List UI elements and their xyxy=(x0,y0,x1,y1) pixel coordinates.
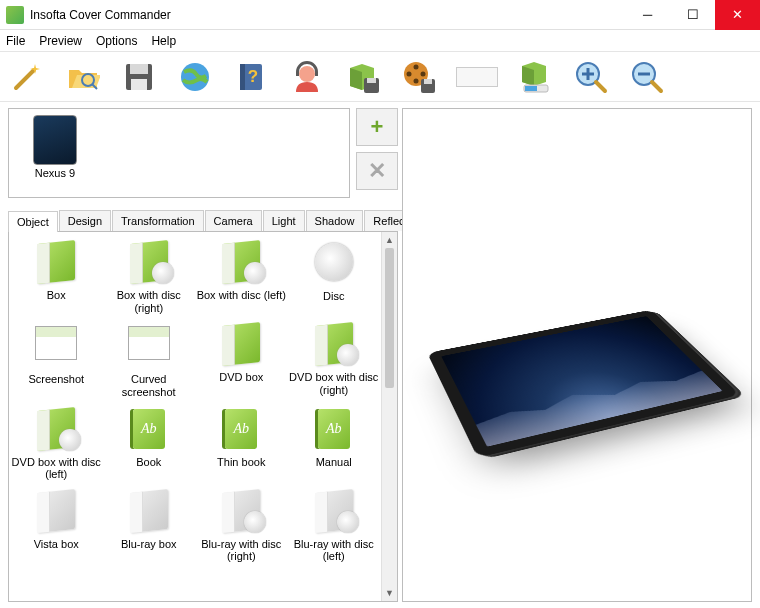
tab-bar: ObjectDesignTransformationCameraLightSha… xyxy=(8,210,398,231)
zoom-in-icon[interactable] xyxy=(572,58,610,96)
svg-point-14 xyxy=(421,71,426,76)
svg-rect-4 xyxy=(131,79,147,90)
app-icon xyxy=(6,6,24,24)
gallery-item-label: Thin book xyxy=(196,456,287,469)
gallery-item-label: Box with disc (left) xyxy=(196,289,287,302)
gallery-item-label: Blu-ray with disc (right) xyxy=(196,538,287,563)
gallery-item-label: Blu-ray box xyxy=(104,538,195,551)
object-panel: Nexus 9 xyxy=(8,108,350,198)
gallery-item-label: Disc xyxy=(289,290,380,303)
preview-pane xyxy=(402,108,752,602)
gallery-item[interactable]: DVD box xyxy=(196,320,287,400)
box-grey-icon xyxy=(126,491,172,535)
svg-point-16 xyxy=(407,71,412,76)
save-progress-icon[interactable] xyxy=(516,58,554,96)
box-disc-icon xyxy=(126,242,172,286)
gallery-item[interactable]: AbThin book xyxy=(196,405,287,483)
svg-rect-11 xyxy=(367,78,376,83)
toolbar: ? xyxy=(0,52,760,102)
close-button[interactable]: ✕ xyxy=(715,0,760,30)
menu-preview[interactable]: Preview xyxy=(39,34,82,48)
box-icon xyxy=(33,242,79,286)
gallery-item-label: Vista box xyxy=(11,538,102,551)
object-item[interactable]: Nexus 9 xyxy=(15,115,95,179)
open-icon[interactable] xyxy=(64,58,102,96)
maximize-button[interactable]: ☐ xyxy=(670,0,715,30)
gallery-item[interactable]: Blu-ray box xyxy=(104,487,195,565)
gallery-item[interactable]: Box xyxy=(11,238,102,316)
window-title: Insofta Cover Commander xyxy=(30,8,625,22)
gallery-item[interactable]: DVD box with disc (left) xyxy=(11,405,102,483)
gallery-item-label: DVD box with disc (right) xyxy=(289,371,380,396)
gallery-item[interactable]: DVD box with disc (right) xyxy=(289,320,380,400)
book-icon: Ab xyxy=(311,409,357,453)
box-grey-disc-icon xyxy=(311,491,357,535)
support-icon[interactable] xyxy=(288,58,326,96)
help-book-icon[interactable]: ? xyxy=(232,58,270,96)
tab-shadow[interactable]: Shadow xyxy=(306,210,364,231)
gallery-item-label: Box with disc (right) xyxy=(104,289,195,314)
gallery-item[interactable]: Box with disc (right) xyxy=(104,238,195,316)
svg-text:?: ? xyxy=(248,67,258,86)
gallery-scrollbar[interactable]: ▲ ▼ xyxy=(381,232,397,601)
menubar: File Preview Options Help xyxy=(0,30,760,52)
gallery-item[interactable]: Disc xyxy=(289,238,380,316)
object-name: Nexus 9 xyxy=(15,167,95,179)
menu-file[interactable]: File xyxy=(6,34,25,48)
tab-camera[interactable]: Camera xyxy=(205,210,262,231)
film-save-icon[interactable] xyxy=(400,58,438,96)
box-disc-icon xyxy=(218,242,264,286)
gallery-item[interactable]: Blu-ray with disc (right) xyxy=(196,487,287,565)
gallery-item-label: Blu-ray with disc (left) xyxy=(289,538,380,563)
add-object-button[interactable]: + xyxy=(356,108,398,146)
gallery-item-label: Curved screenshot xyxy=(104,373,195,398)
gallery-item-label: Box xyxy=(11,289,102,302)
save-package-icon[interactable] xyxy=(344,58,382,96)
delete-object-button[interactable]: ✕ xyxy=(356,152,398,190)
tab-light[interactable]: Light xyxy=(263,210,305,231)
titlebar: Insofta Cover Commander ─ ☐ ✕ xyxy=(0,0,760,30)
gallery-item-label: DVD box with disc (left) xyxy=(11,456,102,481)
box-icon xyxy=(218,324,264,368)
svg-line-26 xyxy=(652,82,661,91)
minimize-button[interactable]: ─ xyxy=(625,0,670,30)
menu-help[interactable]: Help xyxy=(151,34,176,48)
book-icon: Ab xyxy=(218,409,264,453)
svg-point-13 xyxy=(414,64,419,69)
object-thumbnail xyxy=(33,115,77,165)
gallery-item[interactable]: AbBook xyxy=(104,405,195,483)
tab-design[interactable]: Design xyxy=(59,210,111,231)
scroll-thumb[interactable] xyxy=(385,248,394,388)
svg-point-9 xyxy=(299,66,315,82)
gallery-item-label: Screenshot xyxy=(11,373,102,386)
globe-icon[interactable] xyxy=(176,58,214,96)
menu-options[interactable]: Options xyxy=(96,34,137,48)
svg-line-22 xyxy=(596,82,605,91)
svg-rect-20 xyxy=(525,86,537,91)
gallery-item[interactable]: Curved screenshot xyxy=(104,320,195,400)
zoom-out-icon[interactable] xyxy=(628,58,666,96)
save-icon[interactable] xyxy=(120,58,158,96)
gallery-item[interactable]: Screenshot xyxy=(11,320,102,400)
box-grey-icon xyxy=(33,491,79,535)
gallery-item[interactable]: Vista box xyxy=(11,487,102,565)
wand-icon[interactable] xyxy=(8,58,46,96)
disc-icon xyxy=(311,243,357,287)
gallery-item[interactable]: Box with disc (left) xyxy=(196,238,287,316)
gallery-item[interactable]: Blu-ray with disc (left) xyxy=(289,487,380,565)
screenshot-icon xyxy=(33,326,79,370)
svg-rect-18 xyxy=(424,79,432,84)
tab-transformation[interactable]: Transformation xyxy=(112,210,204,231)
box-disc-icon xyxy=(311,324,357,368)
preview-tablet xyxy=(427,310,740,458)
object-gallery: BoxBox with disc (right)Box with disc (l… xyxy=(9,232,381,601)
svg-rect-3 xyxy=(130,64,148,74)
box-disc-icon xyxy=(33,409,79,453)
scroll-down-icon[interactable]: ▼ xyxy=(382,585,397,601)
gallery-item[interactable]: AbManual xyxy=(289,405,380,483)
tab-object[interactable]: Object xyxy=(8,211,58,232)
scroll-up-icon[interactable]: ▲ xyxy=(382,232,397,248)
toolbar-input[interactable] xyxy=(456,67,498,87)
svg-rect-7 xyxy=(240,64,245,90)
gallery-item-label: DVD box xyxy=(196,371,287,384)
